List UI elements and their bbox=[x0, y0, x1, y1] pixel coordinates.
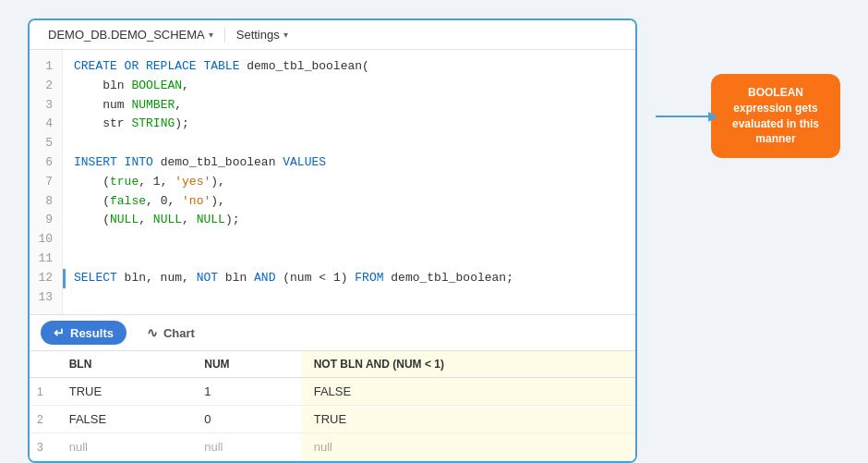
code-line bbox=[74, 134, 624, 153]
col-header-expr: NOT BLN AND (NUM < 1) bbox=[301, 351, 635, 378]
code-line: (NULL, NULL, NULL); bbox=[74, 211, 624, 230]
tab-results[interactable]: ↵ Results bbox=[41, 321, 127, 345]
chart-icon: ∿ bbox=[147, 325, 158, 340]
results-tab-label: Results bbox=[70, 326, 114, 340]
code-line: num NUMBER, bbox=[74, 96, 624, 116]
annotation-arrow bbox=[656, 116, 711, 117]
db-schema-label: DEMO_DB.DEMO_SCHEMA bbox=[48, 28, 205, 42]
results-table-wrapper: BLN NUM NOT BLN AND (NUM < 1) 1 TRUE 1 F… bbox=[30, 350, 635, 461]
tab-chart[interactable]: ∿ Chart bbox=[134, 321, 208, 345]
code-line bbox=[74, 250, 624, 269]
settings-selector[interactable]: Settings ▾ bbox=[229, 26, 295, 43]
results-tabs: ↵ Results ∿ Chart bbox=[30, 314, 635, 350]
col-header-bln: BLN bbox=[56, 351, 192, 378]
code-line: (false, 0, 'no'), bbox=[74, 192, 624, 212]
col-header-num: NUM bbox=[191, 351, 300, 378]
cell-num-3: null bbox=[191, 433, 300, 461]
results-table: BLN NUM NOT BLN AND (NUM < 1) 1 TRUE 1 F… bbox=[30, 351, 635, 461]
settings-label: Settings bbox=[236, 28, 280, 42]
cell-bln-1: TRUE bbox=[56, 378, 192, 406]
toolbar: DEMO_DB.DEMO_SCHEMA ▾ Settings ▾ bbox=[30, 20, 635, 50]
code-editor[interactable]: 12345 678910 111213 CREATE OR REPLACE TA… bbox=[30, 50, 635, 314]
table-row: 3 null null null bbox=[30, 433, 635, 461]
cell-expr-2: TRUE bbox=[301, 406, 635, 433]
db-schema-selector[interactable]: DEMO_DB.DEMO_SCHEMA ▾ bbox=[41, 26, 221, 43]
code-line: (true, 1, 'yes'), bbox=[74, 173, 624, 192]
annotation-text: BOOLEAN expression gets evaluated in thi… bbox=[732, 86, 819, 145]
col-header-rownum bbox=[30, 351, 56, 378]
code-line bbox=[74, 230, 624, 250]
code-line-active: SELECT bln, num, NOT bln AND (num < 1) F… bbox=[74, 269, 624, 288]
editor-panel: DEMO_DB.DEMO_SCHEMA ▾ Settings ▾ 12345 6… bbox=[28, 18, 637, 463]
cell-num-1: 1 bbox=[191, 378, 300, 406]
cell-bln-2: FALSE bbox=[56, 406, 192, 433]
code-content[interactable]: CREATE OR REPLACE TABLE demo_tbl_boolean… bbox=[63, 50, 635, 314]
cell-expr-3: null bbox=[301, 433, 635, 461]
table-header-row: BLN NUM NOT BLN AND (NUM < 1) bbox=[30, 351, 635, 378]
table-row: 1 TRUE 1 FALSE bbox=[30, 378, 635, 406]
cell-bln-3: null bbox=[56, 433, 192, 461]
cell-num-2: 0 bbox=[191, 406, 300, 433]
toolbar-separator bbox=[224, 28, 225, 43]
annotation-box: BOOLEAN expression gets evaluated in thi… bbox=[711, 74, 840, 158]
row-num-3: 3 bbox=[30, 433, 56, 461]
cell-expr-1: FALSE bbox=[301, 378, 635, 406]
settings-chevron-icon: ▾ bbox=[283, 30, 288, 40]
table-row: 2 FALSE 0 TRUE bbox=[30, 406, 635, 433]
chart-tab-label: Chart bbox=[163, 326, 195, 340]
annotation-area: BOOLEAN expression gets evaluated in thi… bbox=[656, 74, 840, 158]
db-chevron-icon: ▾ bbox=[209, 30, 213, 40]
results-icon: ↵ bbox=[54, 325, 65, 340]
code-line: bln BOOLEAN, bbox=[74, 77, 624, 96]
row-num-2: 2 bbox=[30, 406, 56, 433]
code-line: CREATE OR REPLACE TABLE demo_tbl_boolean… bbox=[74, 57, 624, 77]
row-num-1: 1 bbox=[30, 378, 56, 406]
line-numbers: 12345 678910 111213 bbox=[30, 50, 63, 314]
code-line: str STRING); bbox=[74, 115, 624, 134]
code-line: INSERT INTO demo_tbl_boolean VALUES bbox=[74, 153, 624, 173]
code-line bbox=[74, 288, 624, 308]
